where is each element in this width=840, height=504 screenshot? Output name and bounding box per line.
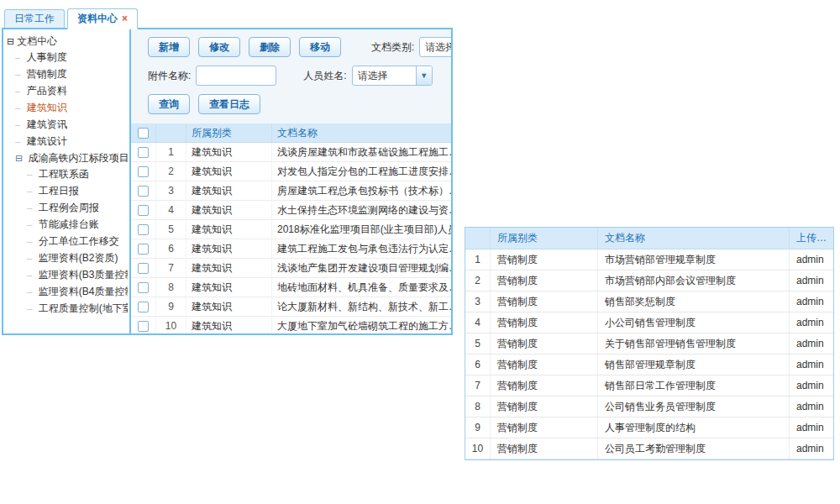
row-uploader: admin — [790, 249, 833, 270]
row-checkbox[interactable] — [138, 263, 149, 274]
row-uploader: admin — [790, 291, 833, 312]
table-row[interactable]: 7 营销制度 销售部日常工作管理制度 admin — [465, 375, 833, 396]
row-checkbox[interactable] — [138, 224, 149, 235]
tree-node[interactable]: 产品资料 — [5, 83, 128, 100]
table-row[interactable]: 9 建筑知识 论大厦新材料、新结构、新技术、新工… — [131, 297, 451, 317]
tree-node[interactable]: 分工单位工作移交 — [5, 234, 128, 250]
row-doc-name: 浅谈房屋建筑和市政基础设施工程施工… — [272, 143, 451, 161]
table-row[interactable]: 4 建筑知识 水土保持生态环境监测网络的建设与资… — [131, 201, 451, 220]
person-name-select[interactable]: 请选择 ▼ — [352, 66, 433, 86]
tree-node[interactable]: 工程日报 — [5, 183, 128, 200]
data-center-window: 日常工作 资料中心 × ⊟文档中心 人事制度 营销制度 产品资料 建筑知识 建筑… — [2, 7, 453, 335]
row-checkbox[interactable] — [138, 321, 149, 332]
tree-node-label: 建筑知识 — [27, 102, 67, 113]
close-icon[interactable]: × — [122, 13, 128, 24]
table-row[interactable]: 6 营销制度 销售部管理规章制度 admin — [465, 354, 833, 375]
tree-node[interactable]: 监理资料(B4质量控制) — [5, 284, 128, 301]
screen: 日常工作 资料中心 × ⊟文档中心 人事制度 营销制度 产品资料 建筑知识 建筑… — [0, 0, 840, 504]
tree-node[interactable]: 工程质量控制(地下室) — [5, 301, 128, 318]
row-category: 营销制度 — [491, 333, 598, 354]
row-index: 7 — [465, 375, 491, 396]
table-row[interactable]: 8 营销制度 公司销售业务员管理制度 admin — [465, 396, 833, 417]
table-row[interactable]: 7 建筑知识 浅谈地产集团开发建设项目管理规划编… — [131, 259, 451, 278]
tree-node[interactable]: 建筑设计 — [5, 134, 128, 150]
tree-node[interactable]: 营销制度 — [5, 66, 128, 83]
documents-table-header: 所属别类 文档名称 — [131, 123, 451, 143]
row-checkbox[interactable] — [138, 244, 149, 255]
row-category: 营销制度 — [491, 291, 598, 312]
row-category: 建筑知识 — [186, 220, 272, 239]
tree-items: 人事制度 营销制度 产品资料 建筑知识 建筑资讯 建筑设计 成渝高铁内江标段项目… — [5, 50, 128, 318]
toolbar-row-2: 附件名称: 人员姓名: 请选择 ▼ 上传日期 — [148, 66, 451, 86]
tab-bar: 日常工作 资料中心 × — [2, 7, 453, 28]
tree-node[interactable]: 监理资料(B3质量控制) — [5, 267, 128, 284]
row-index: 6 — [465, 354, 491, 375]
query-button[interactable]: 查询 — [148, 94, 190, 114]
row-uploader: admin — [790, 417, 833, 438]
row-index: 1 — [465, 249, 491, 270]
row-checkbox[interactable] — [138, 186, 149, 197]
row-index: 4 — [465, 312, 491, 333]
table-row[interactable]: 5 建筑知识 2018标准化监理项目部(业主项目部)人员… — [131, 220, 451, 239]
tree-node[interactable]: 工程联系函 — [5, 166, 128, 183]
row-index: 2 — [156, 162, 186, 181]
row-doc-name: 对发包人指定分包的工程施工进度安排… — [272, 162, 451, 181]
table-row[interactable]: 4 营销制度 小公司销售管理制度 admin — [465, 312, 833, 333]
row-uploader: admin — [790, 375, 833, 396]
table-row[interactable]: 9 营销制度 人事管理制度的结构 admin — [465, 417, 833, 438]
delete-button[interactable]: 删除 — [249, 37, 291, 57]
row-checkbox[interactable] — [138, 205, 149, 216]
table-row[interactable]: 3 营销制度 销售部奖惩制度 admin — [465, 291, 833, 312]
marketing-documents-table: 所属别类 文档名称 上传… 1 营销制度 市场营销部管理规章制度 admin 2… — [465, 227, 834, 460]
tree-node-label: 产品资料 — [27, 85, 67, 97]
tab-data-center[interactable]: 资料中心 × — [67, 8, 138, 29]
window-body: ⊟文档中心 人事制度 营销制度 产品资料 建筑知识 建筑资讯 建筑设计 成渝高铁… — [2, 28, 453, 335]
column-header-uploader: 上传… — [790, 228, 833, 249]
table-row[interactable]: 2 营销制度 市场营销部内部会议管理制度 admin — [465, 270, 833, 291]
row-checkbox[interactable] — [138, 166, 149, 177]
row-index: 8 — [465, 396, 491, 417]
table-row[interactable]: 5 营销制度 关于销售部管理销售管理制度 admin — [465, 333, 833, 354]
row-checkbox[interactable] — [138, 147, 149, 158]
row-category: 营销制度 — [491, 375, 598, 396]
doc-category-value: 请选择 — [420, 38, 451, 56]
row-index: 9 — [156, 297, 186, 316]
table-row[interactable]: 2 建筑知识 对发包人指定分包的工程施工进度安排… — [131, 162, 451, 181]
row-category: 建筑知识 — [186, 239, 272, 258]
column-header-index — [156, 123, 186, 142]
tree-node[interactable]: 监理资料(B2资质) — [5, 250, 128, 267]
tree-node-label: 监理资料(B3质量控制) — [39, 269, 128, 281]
tree-node[interactable]: 工程例会周报 — [5, 200, 128, 217]
tree-node[interactable]: 人事制度 — [5, 50, 128, 66]
tree-node[interactable]: 建筑知识 — [5, 100, 128, 117]
table-row[interactable]: 1 建筑知识 浅谈房屋建筑和市政基础设施工程施工… — [131, 143, 451, 162]
doc-category-select[interactable]: 请选择 ▼ — [419, 37, 451, 57]
row-checkbox[interactable] — [138, 282, 149, 293]
table-row[interactable]: 1 营销制度 市场营销部管理规章制度 admin — [465, 249, 833, 270]
table-row[interactable]: 6 建筑知识 建筑工程施工发包与承包违法行为认定… — [131, 239, 451, 259]
table-row[interactable]: 10 营销制度 公司员工考勤管理制度 admin — [465, 438, 833, 459]
tree-node[interactable]: 成渝高铁内江标段项目 — [5, 150, 128, 166]
row-category: 营销制度 — [491, 312, 598, 333]
marketing-table-rows: 1 营销制度 市场营销部管理规章制度 admin 2 营销制度 市场营销部内部会… — [465, 249, 833, 459]
collapse-icon[interactable]: ⊟ — [7, 36, 14, 46]
tree-node[interactable]: 节能减排台账 — [5, 217, 128, 234]
move-button[interactable]: 移动 — [299, 37, 341, 57]
row-category: 营销制度 — [491, 438, 598, 459]
view-log-button[interactable]: 查看日志 — [198, 94, 260, 114]
table-row[interactable]: 10 建筑知识 大厦地下室加气砼墙砌筑工程的施工方… — [131, 317, 451, 333]
add-button[interactable]: 新增 — [148, 37, 190, 57]
person-name-label: 人员姓名: — [303, 69, 346, 83]
table-row[interactable]: 3 建筑知识 房屋建筑工程总承包投标书（技术标）… — [131, 181, 451, 201]
tree-node-document-center[interactable]: ⊟文档中心 — [5, 34, 128, 50]
table-row[interactable]: 8 建筑知识 地砖地面材料、机具准备、质量要求及… — [131, 278, 451, 297]
chevron-down-icon[interactable]: ▼ — [416, 66, 432, 85]
select-all-checkbox[interactable] — [138, 128, 149, 139]
row-checkbox[interactable] — [138, 302, 149, 312]
modify-button[interactable]: 修改 — [198, 37, 240, 57]
tree-node-label: 建筑设计 — [27, 135, 67, 147]
attachment-name-input[interactable] — [196, 66, 276, 86]
tree-node[interactable]: 建筑资讯 — [5, 117, 128, 134]
column-header-doc-name: 文档名称 — [598, 228, 790, 249]
tab-daily-work[interactable]: 日常工作 — [4, 9, 65, 28]
